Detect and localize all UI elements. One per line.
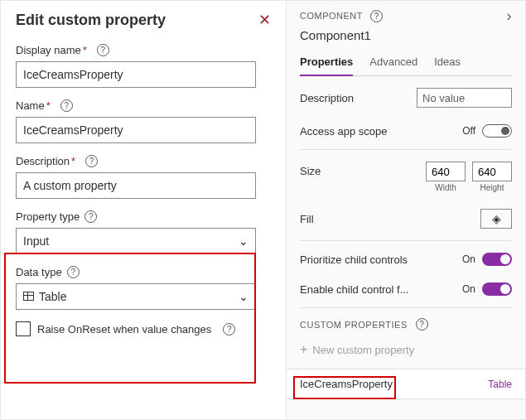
help-icon[interactable]: ? [223,323,235,336]
display-name-input[interactable]: IceCreamsProperty [16,61,256,88]
data-type-label: Data type? [16,266,80,278]
chevron-down-icon: ⌄ [239,290,249,303]
tab-advanced[interactable]: Advanced [369,51,417,75]
chevron-down-icon: ⌄ [239,234,249,248]
prioritize-toggle[interactable] [482,253,512,266]
access-scope-toggle[interactable] [482,124,512,138]
height-input[interactable] [472,162,512,181]
tab-properties[interactable]: Properties [300,51,353,76]
plus-icon: + [300,342,307,357]
chevron-right-icon[interactable]: › [507,7,513,25]
help-icon[interactable]: ? [370,10,383,22]
close-icon[interactable]: ✕ [258,11,271,29]
enable-child-label: Enable child control f... [300,283,409,296]
help-icon[interactable]: ? [84,210,97,223]
description-input[interactable]: A custom property [16,172,256,199]
help-icon[interactable]: ? [85,155,98,167]
width-input[interactable] [426,162,466,181]
help-icon[interactable]: ? [97,44,109,56]
enable-child-toggle[interactable] [482,282,512,296]
prioritize-label: Prioritize child controls [300,253,408,266]
help-icon[interactable]: ? [67,266,80,278]
description-prop-label: Description [300,92,354,104]
property-type-label: Property type? [16,210,97,223]
component-header: COMPONENT [300,11,363,21]
fill-label: Fill [300,213,314,225]
access-scope-label: Access app scope [300,125,388,138]
display-name-label: Display name*? [16,44,109,56]
fill-color-picker[interactable]: ◈ [480,209,512,229]
help-icon[interactable]: ? [416,318,428,331]
new-custom-property-button[interactable]: +New custom property [300,336,512,369]
property-type-select[interactable]: Input⌄ [16,228,256,254]
panel-title: Edit custom property [16,12,166,29]
description-prop-input[interactable] [417,88,512,108]
help-icon[interactable]: ? [60,99,73,112]
custom-properties-header: CUSTOM PROPERTIES [300,320,408,330]
raise-onreset-checkbox[interactable] [16,321,31,336]
size-label: Size [300,162,321,177]
description-label: Description*? [16,155,98,167]
tab-ideas[interactable]: Ideas [434,51,461,75]
raise-onreset-label: Raise OnReset when value changes [37,323,211,336]
name-input[interactable]: IceCreamsProperty [16,117,256,143]
component-name: Component1 [300,28,512,42]
custom-property-item[interactable]: IceCreamsProperty Table [287,369,525,399]
table-icon [23,292,34,301]
name-label: Name*? [16,99,73,112]
data-type-select[interactable]: Table⌄ [16,283,256,310]
